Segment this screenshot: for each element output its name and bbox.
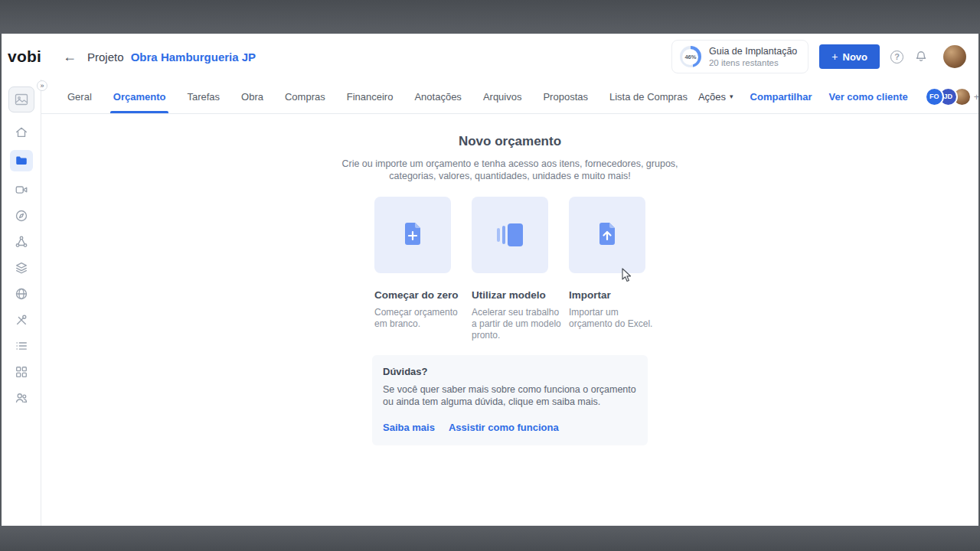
sidebar xyxy=(2,80,41,526)
avatar-fo[interactable]: FO xyxy=(925,87,944,106)
importar-button[interactable] xyxy=(569,197,645,273)
compartilhar-link[interactable]: Compartilhar xyxy=(750,91,812,103)
page-title: Novo orçamento xyxy=(41,134,978,149)
tab-obra[interactable]: Obra xyxy=(230,80,274,113)
ver-como-cliente-link[interactable]: Ver como cliente xyxy=(828,91,907,103)
assistir-como-funciona-link[interactable]: Assistir como funciona xyxy=(449,422,559,433)
guide-title: Guia de Implantação xyxy=(709,46,797,57)
page-subtitle: Crie ou importe um orçamento e tenha ace… xyxy=(340,158,681,183)
budget-empty-state: Novo orçamento Crie ou importe um orçame… xyxy=(41,114,978,526)
member-avatars: FO JD + xyxy=(925,87,978,106)
tab-lista-de-compras[interactable]: Lista de Compras xyxy=(599,80,698,113)
help-text: Se você quer saber mais sobre como funci… xyxy=(383,383,637,409)
help-icon[interactable]: ? xyxy=(890,51,903,64)
progress-percent: 46% xyxy=(682,49,698,65)
new-button-label: Novo xyxy=(843,51,868,63)
card-utilizar-modelo: Utilizar modelo Acelerar seu trabalho a … xyxy=(472,197,548,342)
card-comecar-do-zero: Começar do zero Começar orçamento em bra… xyxy=(374,197,451,342)
plus-icon: + xyxy=(831,51,838,63)
tab-actions: Ações ▾ Compartilhar Ver como cliente FO… xyxy=(698,80,978,113)
app-header: vobi ← Projeto Obra Hamburgueria JP 46% … xyxy=(2,34,978,80)
file-plus-icon xyxy=(401,223,424,247)
notifications-bell-icon[interactable] xyxy=(914,50,928,64)
user-avatar[interactable] xyxy=(943,45,966,68)
card-title: Utilizar modelo xyxy=(472,289,548,301)
progress-ring: 46% xyxy=(680,46,701,67)
tab-propostas[interactable]: Propostas xyxy=(532,80,599,113)
tabs: Geral Orçamento Tarefas Obra Compras Fin… xyxy=(57,80,698,113)
new-button[interactable]: + Novo xyxy=(819,44,880,69)
header-right: 46% Guia de Implantação 20 itens restant… xyxy=(671,40,966,73)
acoes-label: Ações xyxy=(698,91,726,103)
tab-geral[interactable]: Geral xyxy=(57,80,103,113)
utilizar-modelo-button[interactable] xyxy=(472,197,548,273)
file-upload-icon xyxy=(596,223,619,247)
sidebar-item-apps[interactable] xyxy=(11,364,32,380)
help-box: Dúvidas? Se você quer saber mais sobre c… xyxy=(372,355,648,446)
breadcrumb-prefix: Projeto xyxy=(87,51,124,64)
chevron-down-icon: ▾ xyxy=(730,93,733,100)
sidebar-item-layers[interactable] xyxy=(11,259,32,276)
sidebar-item-team[interactable] xyxy=(11,390,32,406)
tab-compras[interactable]: Compras xyxy=(274,80,336,113)
sidebar-item-tools[interactable] xyxy=(11,311,32,328)
card-desc: Importar um orçamento do Excel. xyxy=(569,307,662,331)
help-links: Saiba mais Assistir como funciona xyxy=(383,422,637,433)
sidebar-nav xyxy=(10,124,33,406)
project-thumbnail-icon[interactable] xyxy=(8,86,34,112)
tab-tarefas[interactable]: Tarefas xyxy=(176,80,230,113)
template-icon xyxy=(497,223,523,246)
tab-financeiro[interactable]: Financeiro xyxy=(336,80,404,113)
sidebar-item-globe[interactable] xyxy=(11,285,32,302)
sidebar-item-network[interactable] xyxy=(11,233,32,249)
tab-orcamento[interactable]: Orçamento xyxy=(103,80,177,113)
acoes-menu[interactable]: Ações ▾ xyxy=(698,91,733,103)
project-tabbar: Geral Orçamento Tarefas Obra Compras Fin… xyxy=(41,80,978,114)
tab-arquivos[interactable]: Arquivos xyxy=(472,80,533,113)
sidebar-item-list[interactable] xyxy=(11,337,32,354)
card-title: Importar xyxy=(569,289,645,301)
guide-subtitle: 20 itens restantes xyxy=(709,58,797,67)
breadcrumb: Projeto Obra Hamburgueria JP xyxy=(87,51,256,64)
project-name[interactable]: Obra Hamburgueria JP xyxy=(131,51,256,64)
option-cards: Começar do zero Começar orçamento em bra… xyxy=(41,197,978,342)
screen-bottom-band xyxy=(0,526,980,551)
saiba-mais-link[interactable]: Saiba mais xyxy=(383,422,435,433)
card-desc: Acelerar seu trabalho a partir de um mod… xyxy=(472,307,565,342)
app-window: vobi ← Projeto Obra Hamburgueria JP 46% … xyxy=(2,34,978,526)
back-icon[interactable]: ← xyxy=(63,49,77,65)
sidebar-item-home[interactable] xyxy=(11,124,32,140)
sidebar-item-explore[interactable] xyxy=(11,207,32,223)
sidebar-item-videos[interactable] xyxy=(11,181,32,197)
sidebar-expand-icon[interactable]: » xyxy=(37,80,47,91)
card-importar: Importar Importar um orçamento do Excel. xyxy=(569,197,645,342)
screen-top-band xyxy=(0,0,980,34)
sidebar-item-projects[interactable] xyxy=(10,150,33,171)
comecar-do-zero-button[interactable] xyxy=(374,197,451,273)
vobi-logo: vobi xyxy=(8,47,52,66)
card-desc: Começar orçamento em branco. xyxy=(374,307,468,331)
help-title: Dúvidas? xyxy=(383,366,637,377)
card-title: Começar do zero xyxy=(374,289,451,301)
tab-anotacoes[interactable]: Anotações xyxy=(403,80,472,113)
implementation-guide-card[interactable]: 46% Guia de Implantação 20 itens restant… xyxy=(671,40,808,73)
add-member-icon[interactable]: + xyxy=(974,91,978,103)
